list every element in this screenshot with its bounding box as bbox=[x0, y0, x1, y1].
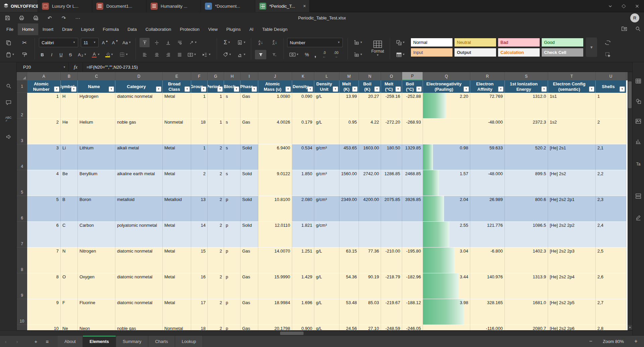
open-file-location-icon[interactable] bbox=[621, 26, 628, 33]
cut-button[interactable]: ✂ bbox=[19, 38, 30, 47]
column-header-G[interactable]: G bbox=[208, 72, 224, 80]
filter-dropdown-icon[interactable]: ▼ bbox=[252, 86, 257, 92]
cell-D5[interactable]: alkaline earth metal bbox=[115, 170, 163, 196]
cell-E10[interactable]: Metal bbox=[163, 299, 191, 325]
cell-H7[interactable]: p bbox=[224, 222, 240, 248]
font-size-select[interactable]: 11▼ bbox=[81, 38, 99, 47]
cell-H9[interactable]: p bbox=[224, 273, 240, 299]
cell-A8[interactable]: 7 bbox=[27, 248, 61, 273]
row-header-4[interactable]: 4 bbox=[17, 144, 27, 170]
cell-D7[interactable]: polyatomic nonmetal bbox=[115, 222, 163, 248]
wrap-text-button[interactable] bbox=[174, 38, 185, 47]
cell-S4[interactable]: 520.2 bbox=[505, 144, 548, 170]
close-tab-icon[interactable]: × bbox=[303, 3, 307, 9]
cell-O3[interactable]: -272.20 bbox=[381, 119, 402, 144]
cell-G2[interactable]: 1 bbox=[208, 93, 224, 119]
filter-dropdown-icon[interactable]: ▼ bbox=[184, 86, 190, 92]
cell-Q10[interactable]: 3.98 bbox=[423, 299, 470, 325]
cell-L10[interactable]: g/L bbox=[314, 299, 339, 325]
cell-N9[interactable]: 90.19 bbox=[359, 273, 381, 299]
cell-K10[interactable]: 1.696 bbox=[292, 299, 314, 325]
row-header-7[interactable]: 7 bbox=[17, 222, 27, 248]
cell-P8[interactable]: -195.80 bbox=[402, 248, 423, 273]
cell-E7[interactable]: Metal bbox=[163, 222, 191, 248]
conditional-format-button[interactable]: ▼ bbox=[393, 38, 408, 47]
cell-Q3[interactable] bbox=[423, 119, 470, 144]
cell-R2[interactable]: 72.769 bbox=[470, 93, 505, 119]
text-orientation-button[interactable]: ▼ bbox=[186, 38, 199, 47]
menu-tab-table-design[interactable]: Table Design bbox=[258, 23, 292, 35]
align-left-button[interactable] bbox=[140, 50, 150, 59]
cell-H11[interactable]: p bbox=[224, 325, 240, 330]
format-button[interactable]: Format ▼ bbox=[368, 38, 387, 59]
column-header-P[interactable]: P bbox=[402, 72, 423, 80]
select-all-corner[interactable] bbox=[17, 72, 27, 80]
cell-I10[interactable]: Gas bbox=[240, 299, 258, 325]
filter-dropdown-icon[interactable]: ▼ bbox=[333, 86, 338, 92]
cell-N11[interactable]: 27.10 bbox=[359, 325, 381, 330]
table-header-broad_class[interactable]: Broad Class▼ bbox=[163, 80, 191, 93]
filter-button-active[interactable] bbox=[255, 50, 266, 59]
column-header-O[interactable]: O bbox=[381, 72, 402, 80]
cell-B7[interactable]: C bbox=[61, 222, 78, 248]
change-case-button[interactable]: Aa▼ bbox=[121, 38, 133, 47]
cell-T10[interactable]: [He] 2s2 2p5 bbox=[548, 299, 596, 325]
cell-F5[interactable]: 2 bbox=[191, 170, 208, 196]
cell-C4[interactable]: Lithium bbox=[78, 144, 115, 170]
column-header-N[interactable]: N bbox=[359, 72, 381, 80]
document-tab[interactable]: ≡*Document... bbox=[201, 0, 255, 12]
cell-R10[interactable]: 328.165 bbox=[470, 299, 505, 325]
cell-J2[interactable]: 1.0080 bbox=[258, 93, 292, 119]
filter-dropdown-icon[interactable]: ▼ bbox=[374, 86, 380, 92]
cell-H2[interactable]: s bbox=[224, 93, 240, 119]
vertical-scrollbar[interactable]: ▼ bbox=[628, 72, 632, 330]
cell-Q7[interactable]: 2.55 bbox=[423, 222, 470, 248]
cell-C6[interactable]: Boron bbox=[78, 196, 115, 222]
table-header-atomic_number[interactable]: Atomic Number▼ bbox=[27, 80, 61, 93]
cell-D9[interactable]: diatomic nonmetal bbox=[115, 273, 163, 299]
cell-U5[interactable]: 2,2 bbox=[596, 170, 626, 196]
table-header-electron_affinity[interactable]: Electron Affinity▼ bbox=[470, 80, 505, 93]
table-header-symbol[interactable]: Symbol▼ bbox=[61, 80, 78, 93]
cell-M11[interactable]: 24.56 bbox=[339, 325, 359, 330]
cell-B2[interactable]: H bbox=[61, 93, 78, 119]
column-header-M[interactable]: M bbox=[339, 72, 359, 80]
close-window-icon[interactable] bbox=[633, 2, 641, 10]
cell-M5[interactable]: 1560.00 bbox=[339, 170, 359, 196]
cell-C10[interactable]: Fluorine bbox=[78, 299, 115, 325]
cell-J10[interactable]: 18.9984 bbox=[258, 299, 292, 325]
cell-style-input[interactable]: Input bbox=[411, 48, 453, 57]
cell-O7[interactable] bbox=[381, 222, 402, 248]
cell-K9[interactable]: 1.429 bbox=[292, 273, 314, 299]
filter-dropdown-icon[interactable]: ▼ bbox=[109, 86, 114, 92]
menu-tab-collaboration[interactable]: Collaboration bbox=[141, 23, 176, 35]
comma-style-button[interactable]: , bbox=[312, 50, 319, 59]
cell-N5[interactable]: 2742.00 bbox=[359, 170, 381, 196]
cell-style-output[interactable]: Output bbox=[454, 48, 496, 57]
percent-style-button[interactable]: % bbox=[303, 50, 311, 59]
delete-cells-button[interactable]: ▼ bbox=[352, 50, 365, 59]
cell-L9[interactable]: g/L bbox=[314, 273, 339, 299]
cell-O10[interactable]: -219.67 bbox=[381, 299, 402, 325]
cell-N7[interactable] bbox=[359, 222, 381, 248]
cell-A11[interactable]: 10 bbox=[27, 325, 61, 330]
cell-E3[interactable]: Nonmetal bbox=[163, 119, 191, 144]
cell-U11[interactable]: 2,8 bbox=[596, 325, 626, 330]
zoom-in-button[interactable]: + bbox=[633, 338, 639, 344]
cell-F11[interactable]: 18 bbox=[191, 325, 208, 330]
cell-G6[interactable]: 2 bbox=[208, 196, 224, 222]
cell-Q8[interactable]: 3.04 bbox=[423, 248, 470, 273]
restore-window-icon[interactable] bbox=[619, 2, 628, 10]
cell-L6[interactable]: g/cm³ bbox=[314, 196, 339, 222]
cell-P2[interactable]: -252.88 bbox=[402, 93, 423, 119]
sheet-tab-elements[interactable]: Elements bbox=[83, 336, 116, 347]
cell-E6[interactable]: Metalloid bbox=[163, 196, 191, 222]
cell-F2[interactable]: 1 bbox=[191, 93, 208, 119]
cell-M10[interactable]: 53.48 bbox=[339, 299, 359, 325]
table-header-group[interactable]: Group▼ bbox=[191, 80, 208, 93]
cell-G11[interactable]: 2 bbox=[208, 325, 224, 330]
accounting-style-button[interactable]: ▼ bbox=[287, 50, 301, 59]
table-header-boil_k[interactable]: Boil (K)▼ bbox=[359, 80, 381, 93]
image-settings-icon[interactable] bbox=[634, 117, 642, 125]
cell-N10[interactable]: 85.03 bbox=[359, 299, 381, 325]
